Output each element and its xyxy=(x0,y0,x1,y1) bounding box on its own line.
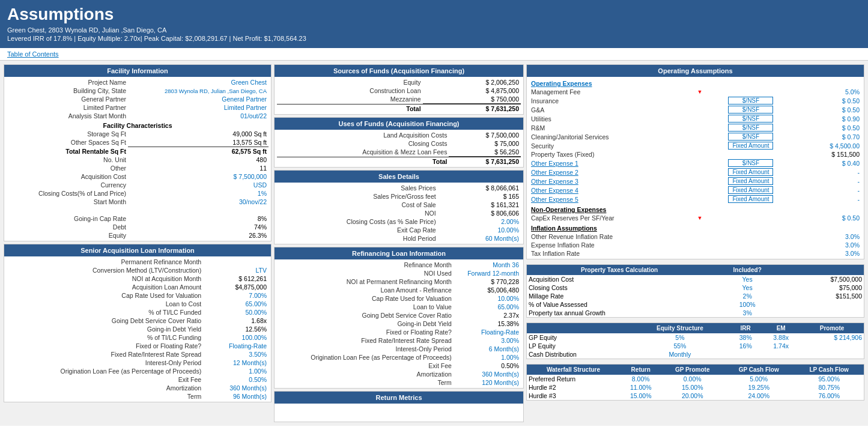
table-row: % of Value Assessed 100% xyxy=(527,300,864,309)
table-row: Term 96 Month(s) xyxy=(7,392,269,401)
table-row: Inflation Assumptions xyxy=(529,222,861,232)
table-row: Fixed or Floating Rate? Floating-Rate xyxy=(277,328,521,336)
table-row: Other Expense 5 Fixed Amount - xyxy=(529,195,861,204)
column-2: Sources of Funds (Acquisition Financing)… xyxy=(273,63,525,423)
table-row: NOI at Permanent Refinancing Month $ 770… xyxy=(277,277,521,286)
table-row: Start Month 30/nov/22 xyxy=(7,198,269,206)
operating-header: Operating Assumptions xyxy=(527,65,864,77)
table-row: Limited Partner Limited Partner xyxy=(7,103,269,112)
facility-table: Project Name Green Chest Building City, … xyxy=(7,78,269,240)
utilities-type-box[interactable]: $/NSF xyxy=(728,115,773,123)
table-row: Other 11 xyxy=(7,164,269,172)
table-row: Closing Costs(% of Land Price) 1% xyxy=(7,189,269,198)
table-row: Preferred Return 8.00% 0.00% 5.00% 95.00… xyxy=(527,375,864,383)
col-header: GP Promote xyxy=(661,365,723,375)
table-row: Refinance Month Month 36 xyxy=(277,261,521,269)
table-row: Building City, State 2803 Wynola RD, Jul… xyxy=(7,86,269,95)
sources-table: Equity $ 2,006,250 Construction Loan $ 4… xyxy=(277,78,521,113)
toc-link[interactable]: Table of Contents xyxy=(0,48,868,61)
table-row: LP Equity 55% 16% 1.74x xyxy=(527,342,864,350)
table-row: Utilities $/NSF $ 0.90 xyxy=(529,114,861,123)
col-header: Equity Structure xyxy=(631,323,729,333)
col-header: LP Cash Flow xyxy=(794,365,864,375)
table-row: Closing Costs Yes $75,000 xyxy=(527,283,864,292)
other3-type-box[interactable]: Fixed Amount xyxy=(728,177,773,185)
senior-loan-header: Senior Acquisition Loan Information xyxy=(4,244,271,256)
table-row: Expense Inflation Rate 3.0% xyxy=(529,241,861,249)
uses-panel: Uses of Funds (Acquisition Financing) La… xyxy=(274,117,524,168)
table-row: General Partner General Partner xyxy=(7,95,269,103)
sales-panel: Sales Details Sales Prices $ 8,066,061 S… xyxy=(274,170,524,244)
table-row: Fixed Rate/Interest Rate Spread 3.00% xyxy=(277,336,521,345)
other4-type-box[interactable]: Fixed Amount xyxy=(728,186,773,194)
table-row: Cost of Sale $ 161,321 xyxy=(277,201,521,209)
other5-type-box[interactable]: Fixed Amount xyxy=(728,195,773,203)
senior-loan-panel: Senior Acquisition Loan Information Perm… xyxy=(4,244,272,402)
table-row: Facility Characteristics xyxy=(7,120,269,130)
table-row: Sales Price/Gross feet $ 165 xyxy=(277,192,521,201)
ga-type-box[interactable]: $/NSF xyxy=(728,106,773,114)
table-row: Hurdle #2 11.00% 15.00% 19.25% 80.75% xyxy=(527,383,864,392)
property-taxes-panel: Property Taxes Calculation Included? Acq… xyxy=(526,264,864,318)
security-type-box[interactable]: Fixed Amount xyxy=(728,142,773,150)
table-row: Total $ 7,631,250 xyxy=(277,157,521,166)
table-row: Hurdle #3 15.00% 20.00% 24.00% 76.00% xyxy=(527,392,864,400)
table-row: Cleaning/Janitorial Services $/NSF $ 0.7… xyxy=(529,132,861,141)
col-header: GP Cash Flow xyxy=(723,365,794,375)
table-row: CapEx Reserves Per SF/Year ▼ $ 0.50 xyxy=(529,214,861,222)
other1-type-box[interactable]: $/NSF xyxy=(728,159,773,167)
table-row: Cash Distribution Monthly xyxy=(527,350,864,359)
table-row: Amortization 360 Month(s) xyxy=(7,384,269,392)
table-row: Other Expense 3 Fixed Amount - xyxy=(529,177,861,186)
table-row: Total $ 7,631,250 xyxy=(277,104,521,113)
table-row: Cap Rate Used for Valuation 10.00% xyxy=(277,294,521,303)
insurance-type-box[interactable]: $/NSF xyxy=(728,97,773,104)
return-metrics-panel: Return Metrics xyxy=(274,391,524,422)
table-row: Going-in Debt Yield 15.38% xyxy=(277,319,521,328)
rm-type-box[interactable]: $/NSF xyxy=(728,124,773,132)
col-header: Included? xyxy=(712,265,783,275)
col-header: Waterfall Structure xyxy=(527,365,620,375)
table-row: Permanent Refinance Month xyxy=(7,258,269,266)
table-row: Security Fixed Amount $ 4,500.00 xyxy=(529,141,861,150)
property-taxes-table: Property Taxes Calculation Included? Acq… xyxy=(527,265,864,317)
table-row: Exit Cap Rate 10.00% xyxy=(277,226,521,234)
table-row: Total Rentable Sq Ft 62,575 Sq ft xyxy=(7,147,269,156)
table-row: % of TI/LC Funded 50.00% xyxy=(7,308,269,316)
table-row: Property Taxes Calculation Included? xyxy=(527,265,864,275)
table-row: Closing Costs (as % Sale Price) 2.00% xyxy=(277,217,521,226)
table-row: Going Debt Service Cover Ratio 2.37x xyxy=(277,311,521,319)
waterfall-table: Waterfall Structure Return GP Promote GP… xyxy=(527,365,864,400)
equity-structure-panel: Equity Structure IRR EM Promote GP Equit… xyxy=(526,322,864,359)
col-header: EM xyxy=(762,323,800,333)
table-row xyxy=(7,206,269,214)
table-row: Loan Amount - Refinance $5,006,480 xyxy=(277,286,521,294)
table-row: Insurance $/NSF $ 0.50 xyxy=(529,96,861,105)
table-row: Construction Loan $ 4,875,000 xyxy=(277,86,521,95)
uses-table: Land Acquisition Costs $ 7,500,000 Closi… xyxy=(277,131,521,166)
table-row: Project Name Green Chest xyxy=(7,78,269,86)
sources-panel: Sources of Funds (Acquisition Financing)… xyxy=(274,64,524,115)
table-row: GP Equity 5% 38% 3.88x $ 214,906 xyxy=(527,333,864,342)
table-row: Management Fee ▼ 5.0% xyxy=(529,88,861,96)
table-row: Interest-Only Period 12 Month(s) xyxy=(7,359,269,367)
other2-type-box[interactable]: Fixed Amount xyxy=(728,168,773,176)
table-row: Mezzanine $ 750,000 xyxy=(277,95,521,104)
senior-loan-table: Permanent Refinance Month Conversion Met… xyxy=(7,258,269,401)
col-header: Promote xyxy=(800,323,864,333)
table-row: NOI Used Forward 12-month xyxy=(277,269,521,277)
table-row: Loan to Cost 65.00% xyxy=(7,300,269,308)
table-row: Amortization 360 Month(s) xyxy=(277,370,521,378)
refi-loan-table: Refinance Month Month 36 NOI Used Forwar… xyxy=(277,261,521,387)
waterfall-panel: Waterfall Structure Return GP Promote GP… xyxy=(526,364,864,401)
property-subtitle: Green Chest, 2803 Wynola RD, Julian ,San… xyxy=(7,26,861,34)
table-row: Origination Loan Fee (as Percentage of P… xyxy=(277,353,521,362)
table-row: % of TI/LC Funding 100.00% xyxy=(7,333,269,342)
table-row: Exit Fee 0.50% xyxy=(277,362,521,370)
table-row: Analysis Start Month 01/out/22 xyxy=(7,112,269,120)
cleaning-type-box[interactable]: $/NSF xyxy=(728,133,773,141)
col-header xyxy=(527,323,631,333)
table-row: Going-in Cap Rate 8% xyxy=(7,214,269,223)
table-row: Going Debt Service Cover Ratio 1.68x xyxy=(7,316,269,325)
table-row: Other Expense 1 $/NSF $ 0.40 xyxy=(529,159,861,168)
